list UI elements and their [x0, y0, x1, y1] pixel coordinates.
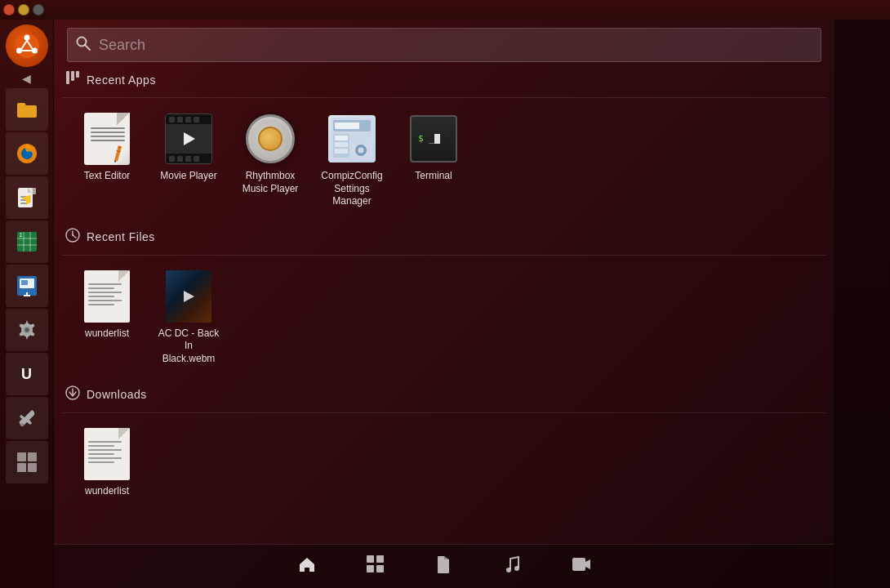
sidebar: ◀: [0, 20, 54, 588]
recent-apps-header: Recent Apps: [62, 70, 826, 89]
close-button[interactable]: [3, 4, 15, 16]
sidebar-item-ubuntu-logo[interactable]: [6, 24, 48, 67]
svg-rect-46: [351, 134, 371, 144]
app-item-movie-player[interactable]: Movie Player: [152, 108, 225, 213]
sidebar-item-documents[interactable]: [6, 176, 48, 219]
download-item-wunderlist[interactable]: wunderlist: [70, 423, 144, 503]
sidebar-item-files[interactable]: [6, 88, 48, 131]
svg-rect-45: [335, 149, 348, 154]
terminal-icon: $ _: [407, 113, 460, 165]
sidebar-item-system-settings[interactable]: [6, 397, 48, 439]
svg-marker-52: [184, 291, 194, 302]
wunderlist-file-icon: [81, 270, 133, 323]
search-bar: [67, 28, 821, 62]
file-item-ac-dc[interactable]: AC DC - Back In Black.webm: [152, 265, 225, 371]
svg-rect-36: [76, 71, 79, 78]
svg-rect-55: [367, 555, 374, 563]
sidebar-item-firefox[interactable]: [6, 132, 48, 175]
firefox-icon: [16, 142, 38, 165]
recent-apps-section: Recent Apps: [62, 70, 826, 213]
presentation-icon: [16, 274, 38, 297]
svg-rect-28: [17, 452, 26, 461]
tab-apps[interactable]: [358, 550, 394, 584]
rhythmbox-icon: [244, 113, 296, 165]
folder-icon: [16, 98, 38, 121]
svg-rect-34: [66, 71, 69, 84]
search-icon: [68, 36, 99, 55]
svg-rect-61: [572, 558, 585, 571]
rhythmbox-label: Rhythmbox Music Player: [238, 170, 302, 195]
app-item-terminal[interactable]: $ _ Terminal: [397, 108, 470, 213]
recent-apps-icon: [65, 70, 80, 89]
text-editor-label: Text Editor: [84, 170, 131, 183]
compiz-icon: [326, 113, 378, 165]
ac-dc-file-label: AC DC - Back In Black.webm: [157, 327, 220, 366]
recent-files-section: Recent Files: [62, 228, 826, 371]
text-editor-icon: [81, 113, 133, 165]
apps-grid-icon: [366, 555, 385, 574]
svg-point-48: [358, 148, 364, 154]
sidebar-item-settings-app[interactable]: [6, 309, 48, 351]
video-play-icon: [180, 288, 197, 305]
sidebar-item-spreadsheet[interactable]: ∑: [6, 220, 48, 263]
svg-marker-38: [184, 132, 195, 145]
svg-rect-41: [335, 122, 359, 129]
svg-rect-56: [376, 555, 384, 563]
ac-dc-video-icon: [162, 270, 215, 323]
file-item-wunderlist[interactable]: wunderlist: [70, 265, 144, 371]
sections-container: Recent Apps: [54, 70, 834, 544]
wunderlist-download-label: wunderlist: [85, 485, 129, 498]
recent-files-grid: wunderlist: [62, 265, 826, 371]
app-item-rhythmbox[interactable]: Rhythmbox Music Player: [234, 108, 307, 213]
main-container: ◀: [0, 20, 890, 588]
recent-files-title: Recent Files: [87, 230, 155, 243]
minimize-button[interactable]: [18, 4, 29, 16]
right-panel: [834, 20, 890, 588]
downloads-section: Downloads: [62, 385, 826, 503]
title-bar: [0, 0, 890, 20]
svg-rect-35: [71, 71, 74, 81]
app-item-text-editor[interactable]: Text Editor: [70, 108, 144, 213]
svg-line-33: [85, 45, 90, 50]
svg-point-59: [506, 568, 511, 572]
svg-rect-29: [28, 452, 37, 461]
home-icon: [297, 555, 317, 574]
tab-music[interactable]: [495, 550, 531, 584]
downloads-divider: [62, 412, 826, 413]
maximize-button[interactable]: [33, 4, 44, 16]
tab-home[interactable]: [289, 550, 325, 584]
recent-apps-grid: Text Editor: [62, 108, 826, 213]
app-item-compiz[interactable]: CompizConfig Settings Manager: [315, 108, 389, 213]
sidebar-item-ubuntu-one[interactable]: U: [6, 353, 48, 395]
sidebar-item-presentation[interactable]: [6, 265, 48, 307]
sidebar-item-workspaces[interactable]: [6, 441, 48, 483]
tab-video[interactable]: [563, 550, 599, 584]
svg-line-51: [73, 235, 76, 238]
svg-rect-44: [335, 142, 348, 147]
tab-files[interactable]: [426, 550, 462, 584]
svg-point-26: [24, 328, 29, 332]
movie-player-label: Movie Player: [160, 170, 216, 183]
svg-rect-11: [29, 188, 36, 194]
sidebar-collapse-arrow[interactable]: ◀: [22, 72, 31, 85]
gear-icon: [16, 318, 38, 341]
compiz-label: CompizConfig Settings Manager: [320, 170, 384, 208]
document-icon: [16, 186, 38, 209]
movie-player-icon: [162, 113, 215, 165]
downloads-title: Downloads: [87, 388, 147, 401]
recent-files-divider: [62, 255, 826, 256]
recent-files-icon: [65, 228, 80, 247]
svg-rect-57: [367, 565, 374, 572]
spreadsheet-icon: ∑: [16, 230, 38, 253]
ubuntu-one-label: U: [21, 366, 32, 383]
content-area: Recent Apps: [54, 20, 834, 588]
terminal-label: Terminal: [415, 170, 452, 183]
svg-rect-43: [335, 136, 348, 140]
svg-rect-58: [376, 565, 384, 572]
pencil-icon: [105, 140, 130, 165]
search-input[interactable]: [99, 37, 821, 54]
recent-files-header: Recent Files: [62, 228, 826, 247]
wrench-icon: [16, 407, 38, 430]
svg-rect-21: [21, 280, 28, 285]
wunderlist-file-label: wunderlist: [85, 327, 129, 341]
